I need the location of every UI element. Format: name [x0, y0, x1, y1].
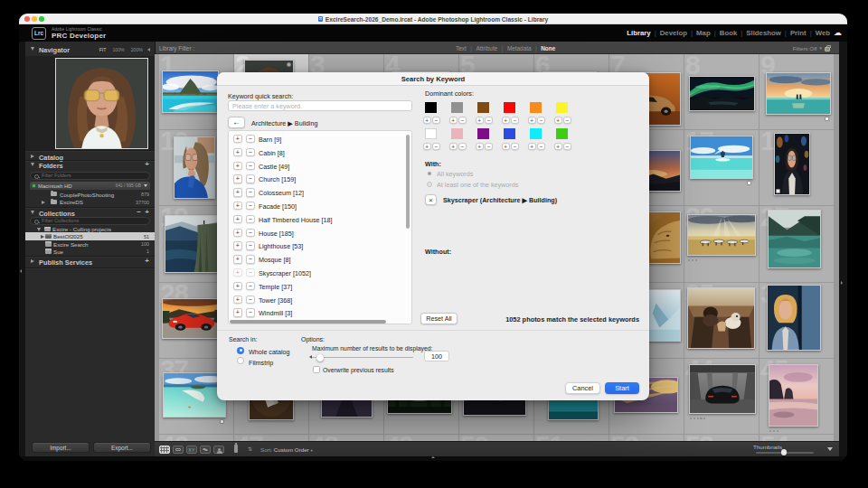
any-keyword-radio[interactable] — [427, 182, 432, 187]
remove-color-button[interactable]: − — [511, 143, 519, 151]
grid-cell-46[interactable]: 46 — [159, 435, 233, 441]
add-folder-button[interactable]: + — [145, 162, 149, 167]
add-color-button[interactable]: + — [528, 117, 536, 125]
filmstrip-edge[interactable] — [19, 456, 847, 461]
painter-tool-icon[interactable] — [234, 445, 238, 453]
color-swatch-pink[interactable] — [451, 128, 463, 139]
remove-keyword-button[interactable]: − — [246, 162, 255, 170]
remove-keyword-button[interactable]: − — [246, 268, 255, 277]
remove-keyword-button[interactable]: − — [246, 135, 255, 143]
remove-color-button[interactable]: − — [537, 117, 545, 125]
all-keywords-radio[interactable] — [428, 172, 431, 175]
sort-value[interactable]: Custom Order — [274, 446, 309, 453]
color-swatch-red[interactable] — [504, 102, 515, 113]
add-color-button[interactable]: + — [423, 117, 431, 125]
right-panel-edge[interactable] — [839, 42, 847, 456]
star-rating[interactable] — [690, 418, 705, 419]
keyword-label[interactable]: Half Timbered House [18] — [259, 216, 333, 224]
max-results-slider[interactable] — [312, 357, 413, 358]
grid-cell-53[interactable]: 53 — [684, 435, 759, 441]
color-swatch-cyan[interactable] — [530, 128, 542, 139]
module-slideshow[interactable]: Slideshow — [746, 29, 781, 37]
photo-thumbnail-18[interactable] — [774, 133, 810, 195]
keyword-label[interactable]: House [185] — [259, 230, 294, 238]
folders-panel-header[interactable]: Folders + — [25, 159, 155, 169]
remove-keyword-button[interactable]: − — [246, 241, 255, 249]
loupe-view-icon[interactable] — [173, 446, 184, 454]
keyword-label[interactable]: Facade [150] — [259, 202, 297, 211]
people-view-icon[interactable] — [213, 446, 224, 454]
max-results-slider-knob[interactable] — [316, 354, 324, 361]
keyword-label[interactable]: Temple [37] — [259, 283, 292, 291]
add-color-button[interactable]: + — [502, 143, 510, 151]
remove-color-button[interactable]: − — [432, 117, 440, 125]
grid-cell-47[interactable]: 47 — [234, 435, 308, 441]
photo-thumbnail-44[interactable] — [689, 364, 756, 414]
folder-row[interactable]: ExcireDS 37700 — [25, 198, 155, 206]
add-color-button[interactable]: + — [502, 117, 510, 125]
nav-zoom-1[interactable]: 100% — [112, 47, 124, 52]
remove-color-button[interactable]: − — [458, 143, 467, 151]
keyword-label[interactable]: Windmill [3] — [259, 309, 292, 317]
photo-thumbnail-45[interactable] — [769, 364, 818, 427]
sort-control[interactable]: Sort: Custom Order ▾ — [260, 446, 313, 453]
filter-lock-icon[interactable] — [825, 47, 830, 52]
thumbnail-badge-icon[interactable] — [220, 419, 224, 424]
add-color-button[interactable]: + — [554, 143, 562, 151]
nav-zoom-2[interactable]: 200% — [131, 47, 143, 52]
remove-color-button[interactable]: − — [485, 117, 493, 125]
photo-thumbnail-10[interactable] — [174, 136, 215, 199]
folders-search-input[interactable]: Filter Folders — [30, 172, 150, 180]
add-keyword-button[interactable]: + — [233, 148, 242, 156]
module-web[interactable]: Web — [816, 29, 830, 37]
color-swatch-purple[interactable] — [477, 128, 489, 139]
remove-keyword-button[interactable]: − — [246, 202, 255, 210]
left-panel-edge[interactable] — [19, 42, 25, 456]
photo-thumbnail-9[interactable] — [766, 72, 831, 115]
remove-keyword-button[interactable]: − — [246, 308, 255, 316]
color-swatch-white[interactable] — [425, 128, 437, 139]
survey-view-icon[interactable] — [200, 446, 211, 454]
remove-color-button[interactable]: − — [563, 117, 571, 125]
module-map[interactable]: Map — [696, 29, 711, 37]
remove-color-button[interactable]: − — [511, 117, 519, 125]
collections-search-input[interactable]: Filter Collections — [30, 217, 150, 225]
add-color-button[interactable]: + — [476, 117, 484, 125]
remove-keyword-button[interactable]: − — [246, 296, 255, 304]
add-keyword-button[interactable]: + — [233, 282, 242, 290]
keyword-label[interactable]: Barn [9] — [259, 136, 281, 144]
add-keyword-button[interactable]: + — [233, 188, 242, 196]
filter-none[interactable]: None — [541, 45, 555, 52]
filmstrip-radio[interactable] — [237, 357, 244, 364]
add-collection-button[interactable]: − + — [137, 210, 149, 215]
thumbnail-badge-icon[interactable] — [747, 181, 751, 185]
remove-color-button[interactable]: − — [485, 143, 493, 151]
photo-thumbnail-35[interactable] — [687, 287, 755, 349]
add-keyword-button[interactable]: + — [233, 241, 242, 249]
add-keyword-button[interactable]: + — [233, 174, 242, 183]
filter-text[interactable]: Text — [456, 45, 467, 52]
filter-attribute[interactable]: Attribute — [476, 45, 497, 52]
keyword-label[interactable]: Church [159] — [259, 175, 296, 183]
thumbnail-badge-icon[interactable] — [287, 62, 291, 67]
remove-keyword-button[interactable]: − — [246, 229, 255, 237]
color-swatch-green[interactable] — [556, 128, 568, 139]
max-results-input[interactable]: 100 — [424, 351, 449, 361]
grid-cell-54[interactable]: 54 — [760, 435, 834, 441]
grid-cell-52[interactable]: 52 — [609, 435, 684, 441]
module-print[interactable]: Print — [790, 29, 807, 37]
keyword-label[interactable]: Tower [368] — [259, 296, 292, 305]
remove-keyword-button[interactable]: − — [246, 255, 255, 263]
add-keyword-button[interactable]: + — [233, 255, 242, 263]
color-swatch-gray[interactable] — [451, 102, 463, 113]
add-keyword-button[interactable]: + — [233, 202, 242, 210]
module-develop[interactable]: Develop — [660, 29, 687, 37]
module-book[interactable]: Book — [720, 29, 738, 37]
expand-icon[interactable] — [41, 235, 44, 239]
publish-services-panel-header[interactable]: Publish Services + — [25, 256, 155, 266]
nav-zoom-0[interactable]: FIT — [99, 47, 107, 52]
toolbar-options-icon[interactable] — [827, 447, 833, 451]
filter-preset[interactable]: Filters Off ▾ — [793, 42, 830, 54]
expand-icon[interactable] — [42, 201, 45, 204]
photo-thumbnail-17[interactable] — [690, 136, 753, 179]
